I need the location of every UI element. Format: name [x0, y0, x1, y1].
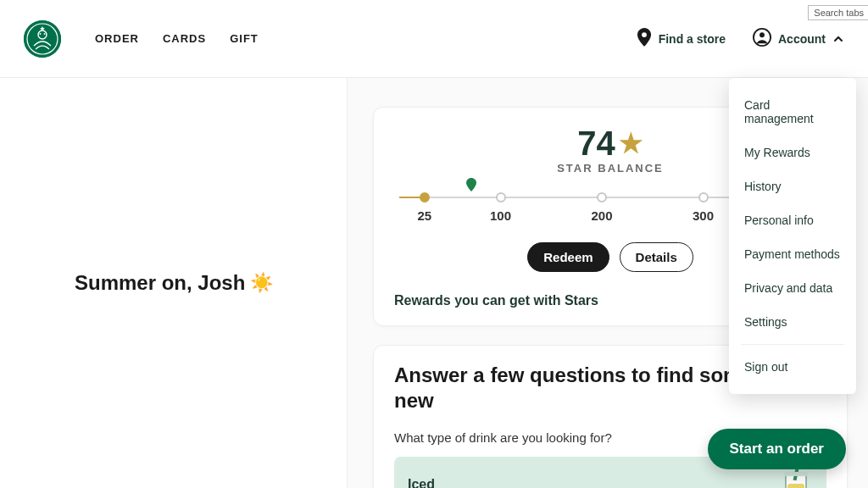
chevron-up-icon — [832, 33, 844, 45]
progress-tick — [496, 192, 506, 202]
tick-label: 200 — [592, 208, 613, 223]
progress-marker-icon — [466, 178, 476, 191]
details-button[interactable]: Details — [620, 242, 693, 272]
redeem-button[interactable]: Redeem — [527, 242, 609, 272]
dropdown-my-rewards[interactable]: My Rewards — [729, 136, 856, 169]
svg-rect-13 — [784, 472, 808, 476]
primary-nav: ORDER CARDS GIFT — [95, 32, 259, 45]
progress-tick — [597, 192, 607, 202]
quiz-option-name: Iced — [408, 477, 506, 488]
dropdown-card-management[interactable]: Card management — [729, 88, 856, 136]
brand-logo[interactable] — [24, 20, 61, 58]
dropdown-privacy-data[interactable]: Privacy and data — [729, 271, 856, 305]
star-count: 74 — [577, 126, 615, 160]
dropdown-history[interactable]: History — [729, 169, 856, 203]
dropdown-payment-methods[interactable]: Payment methods — [729, 237, 856, 271]
nav-gift[interactable]: GIFT — [230, 32, 259, 45]
tick-label: 25 — [418, 208, 432, 223]
find-store-label: Find a store — [659, 32, 726, 46]
rewards-available-label: Rewards you can get with Stars — [394, 293, 598, 308]
search-tabs-tooltip: Search tabs — [808, 5, 868, 20]
greeting-text: Summer on, Josh — [75, 271, 245, 295]
starbucks-siren-icon — [24, 20, 61, 58]
tick-label: 100 — [490, 208, 511, 223]
dropdown-personal-info[interactable]: Personal info — [729, 203, 856, 237]
header-right: Find a store Account — [637, 28, 844, 49]
progress-tick — [698, 192, 709, 202]
iced-drink-icon — [779, 469, 813, 488]
quiz-option-text: Iced Cool off and uplift — [408, 477, 506, 488]
find-store-link[interactable]: Find a store — [637, 28, 726, 49]
star-icon: ★ — [619, 130, 643, 157]
svg-point-6 — [642, 32, 647, 37]
map-pin-icon — [637, 28, 652, 49]
account-label: Account — [778, 32, 826, 46]
nav-cards[interactable]: CARDS — [163, 32, 206, 45]
svg-rect-10 — [787, 484, 804, 488]
account-dropdown: Card management My Rewards History Perso… — [729, 78, 856, 394]
left-column: Summer on, Josh ☀️ — [0, 78, 348, 488]
svg-point-8 — [760, 32, 765, 37]
dropdown-settings[interactable]: Settings — [729, 305, 856, 339]
start-order-button[interactable]: Start an order — [708, 429, 846, 469]
dropdown-divider — [741, 344, 844, 345]
nav-order[interactable]: ORDER — [95, 32, 139, 45]
sun-icon: ☀️ — [250, 272, 273, 294]
svg-point-4 — [44, 33, 46, 35]
dropdown-sign-out[interactable]: Sign out — [729, 350, 856, 384]
account-menu-toggle[interactable]: Account — [753, 28, 844, 49]
progress-tick — [420, 192, 430, 202]
site-header: ORDER CARDS GIFT Find a store Account Se… — [0, 0, 868, 78]
tick-label: 300 — [693, 208, 714, 223]
avatar-icon — [753, 28, 771, 49]
greeting: Summer on, Josh ☀️ — [75, 271, 273, 295]
svg-point-3 — [40, 33, 42, 35]
